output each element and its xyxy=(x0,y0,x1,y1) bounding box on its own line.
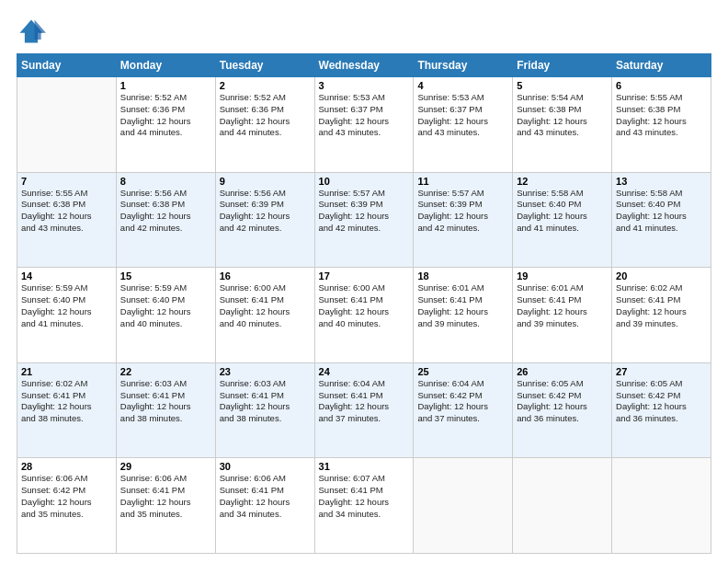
calendar-cell xyxy=(513,458,612,554)
day-number: 11 xyxy=(417,176,508,187)
day-detail: Sunrise: 5:56 AMSunset: 6:38 PMDaylight:… xyxy=(120,188,211,235)
calendar-table: SundayMondayTuesdayWednesdayThursdayFrid… xyxy=(17,53,711,554)
weekday-header: Friday xyxy=(513,54,612,77)
calendar-cell: 29Sunrise: 6:06 AMSunset: 6:41 PMDayligh… xyxy=(116,458,215,554)
calendar-cell: 26Sunrise: 6:05 AMSunset: 6:42 PMDayligh… xyxy=(513,362,612,458)
header xyxy=(17,17,711,46)
day-number: 23 xyxy=(220,366,311,377)
day-detail: Sunrise: 5:55 AMSunset: 6:38 PMDaylight:… xyxy=(21,188,112,235)
day-detail: Sunrise: 6:00 AMSunset: 6:41 PMDaylight:… xyxy=(220,282,311,329)
day-detail: Sunrise: 6:03 AMSunset: 6:41 PMDaylight:… xyxy=(220,378,311,425)
day-number: 15 xyxy=(120,270,211,282)
calendar-cell: 11Sunrise: 5:57 AMSunset: 6:39 PMDayligh… xyxy=(414,172,513,268)
day-number: 4 xyxy=(417,80,508,91)
day-detail: Sunrise: 5:53 AMSunset: 6:37 PMDaylight:… xyxy=(319,92,410,139)
calendar-cell: 25Sunrise: 6:04 AMSunset: 6:42 PMDayligh… xyxy=(414,362,513,458)
calendar-cell: 18Sunrise: 6:01 AMSunset: 6:41 PMDayligh… xyxy=(414,268,513,363)
day-detail: Sunrise: 5:57 AMSunset: 6:39 PMDaylight:… xyxy=(417,188,508,235)
calendar-cell xyxy=(414,458,513,554)
calendar-cell: 5Sunrise: 5:54 AMSunset: 6:38 PMDaylight… xyxy=(513,77,612,173)
day-detail: Sunrise: 5:54 AMSunset: 6:38 PMDaylight:… xyxy=(517,92,608,139)
logo xyxy=(17,17,50,46)
day-number: 14 xyxy=(21,270,112,282)
day-detail: Sunrise: 5:52 AMSunset: 6:36 PMDaylight:… xyxy=(120,92,211,139)
day-detail: Sunrise: 6:06 AMSunset: 6:41 PMDaylight:… xyxy=(120,473,211,520)
day-detail: Sunrise: 6:06 AMSunset: 6:42 PMDaylight:… xyxy=(21,473,112,520)
day-number: 1 xyxy=(120,80,211,91)
day-number: 24 xyxy=(319,366,410,377)
weekday-header: Saturday xyxy=(612,54,711,77)
day-detail: Sunrise: 5:59 AMSunset: 6:40 PMDaylight:… xyxy=(21,282,112,329)
day-detail: Sunrise: 5:57 AMSunset: 6:39 PMDaylight:… xyxy=(319,188,410,235)
day-number: 2 xyxy=(220,80,311,91)
weekday-header: Monday xyxy=(116,54,215,77)
logo-icon xyxy=(17,17,46,46)
day-detail: Sunrise: 6:00 AMSunset: 6:41 PMDaylight:… xyxy=(319,282,410,329)
day-number: 20 xyxy=(616,270,707,282)
day-number: 29 xyxy=(120,461,211,472)
calendar-week-row: 7Sunrise: 5:55 AMSunset: 6:38 PMDaylight… xyxy=(17,172,711,268)
day-number: 13 xyxy=(616,176,707,187)
calendar-cell: 2Sunrise: 5:52 AMSunset: 6:36 PMDaylight… xyxy=(215,77,314,173)
calendar-cell: 19Sunrise: 6:01 AMSunset: 6:41 PMDayligh… xyxy=(513,268,612,363)
day-number: 12 xyxy=(517,176,608,187)
calendar-cell: 21Sunrise: 6:02 AMSunset: 6:41 PMDayligh… xyxy=(17,362,117,458)
day-detail: Sunrise: 5:58 AMSunset: 6:40 PMDaylight:… xyxy=(616,188,707,235)
day-number: 3 xyxy=(319,80,410,91)
calendar-cell: 27Sunrise: 6:05 AMSunset: 6:42 PMDayligh… xyxy=(612,362,711,458)
calendar-cell: 14Sunrise: 5:59 AMSunset: 6:40 PMDayligh… xyxy=(17,268,117,363)
page: SundayMondayTuesdayWednesdayThursdayFrid… xyxy=(0,0,728,563)
calendar-cell: 30Sunrise: 6:06 AMSunset: 6:41 PMDayligh… xyxy=(215,458,314,554)
day-detail: Sunrise: 6:02 AMSunset: 6:41 PMDaylight:… xyxy=(21,378,112,425)
day-detail: Sunrise: 6:05 AMSunset: 6:42 PMDaylight:… xyxy=(616,378,707,425)
day-number: 5 xyxy=(517,80,608,91)
calendar-cell: 17Sunrise: 6:00 AMSunset: 6:41 PMDayligh… xyxy=(314,268,414,363)
day-detail: Sunrise: 6:06 AMSunset: 6:41 PMDaylight:… xyxy=(220,473,311,520)
day-number: 10 xyxy=(319,176,410,187)
day-detail: Sunrise: 5:55 AMSunset: 6:38 PMDaylight:… xyxy=(616,92,707,139)
day-detail: Sunrise: 6:02 AMSunset: 6:41 PMDaylight:… xyxy=(616,282,707,329)
calendar-cell: 24Sunrise: 6:04 AMSunset: 6:41 PMDayligh… xyxy=(314,362,414,458)
day-number: 30 xyxy=(220,461,311,472)
calendar-cell: 10Sunrise: 5:57 AMSunset: 6:39 PMDayligh… xyxy=(314,172,414,268)
svg-marker-1 xyxy=(35,20,46,40)
day-number: 9 xyxy=(220,176,311,187)
calendar-week-row: 1Sunrise: 5:52 AMSunset: 6:36 PMDaylight… xyxy=(17,77,711,173)
day-detail: Sunrise: 5:59 AMSunset: 6:40 PMDaylight:… xyxy=(120,282,211,329)
day-number: 6 xyxy=(616,80,707,91)
day-detail: Sunrise: 6:04 AMSunset: 6:41 PMDaylight:… xyxy=(319,378,410,425)
calendar-cell xyxy=(17,77,117,173)
day-number: 27 xyxy=(616,366,707,377)
calendar-cell: 4Sunrise: 5:53 AMSunset: 6:37 PMDaylight… xyxy=(414,77,513,173)
day-number: 17 xyxy=(319,270,410,282)
day-number: 22 xyxy=(120,366,211,377)
day-detail: Sunrise: 6:04 AMSunset: 6:42 PMDaylight:… xyxy=(417,378,508,425)
calendar-cell: 16Sunrise: 6:00 AMSunset: 6:41 PMDayligh… xyxy=(215,268,314,363)
day-detail: Sunrise: 6:05 AMSunset: 6:42 PMDaylight:… xyxy=(517,378,608,425)
day-number: 8 xyxy=(120,176,211,187)
calendar-week-row: 21Sunrise: 6:02 AMSunset: 6:41 PMDayligh… xyxy=(17,362,711,458)
day-number: 26 xyxy=(517,366,608,377)
day-number: 19 xyxy=(517,270,608,282)
calendar-cell: 15Sunrise: 5:59 AMSunset: 6:40 PMDayligh… xyxy=(116,268,215,363)
day-detail: Sunrise: 5:56 AMSunset: 6:39 PMDaylight:… xyxy=(220,188,311,235)
day-number: 31 xyxy=(319,461,410,472)
calendar-cell: 9Sunrise: 5:56 AMSunset: 6:39 PMDaylight… xyxy=(215,172,314,268)
day-number: 25 xyxy=(417,366,508,377)
calendar-cell: 3Sunrise: 5:53 AMSunset: 6:37 PMDaylight… xyxy=(314,77,414,173)
day-number: 16 xyxy=(220,270,311,282)
calendar-cell: 23Sunrise: 6:03 AMSunset: 6:41 PMDayligh… xyxy=(215,362,314,458)
calendar-cell: 6Sunrise: 5:55 AMSunset: 6:38 PMDaylight… xyxy=(612,77,711,173)
calendar-week-row: 14Sunrise: 5:59 AMSunset: 6:40 PMDayligh… xyxy=(17,268,711,363)
day-number: 21 xyxy=(21,366,112,377)
weekday-header: Thursday xyxy=(414,54,513,77)
day-number: 18 xyxy=(417,270,508,282)
calendar-cell: 1Sunrise: 5:52 AMSunset: 6:36 PMDaylight… xyxy=(116,77,215,173)
calendar-cell: 13Sunrise: 5:58 AMSunset: 6:40 PMDayligh… xyxy=(612,172,711,268)
day-detail: Sunrise: 6:03 AMSunset: 6:41 PMDaylight:… xyxy=(120,378,211,425)
calendar-week-row: 28Sunrise: 6:06 AMSunset: 6:42 PMDayligh… xyxy=(17,458,711,554)
calendar-cell: 7Sunrise: 5:55 AMSunset: 6:38 PMDaylight… xyxy=(17,172,117,268)
day-detail: Sunrise: 6:01 AMSunset: 6:41 PMDaylight:… xyxy=(517,282,608,329)
calendar-cell xyxy=(612,458,711,554)
weekday-header: Tuesday xyxy=(215,54,314,77)
